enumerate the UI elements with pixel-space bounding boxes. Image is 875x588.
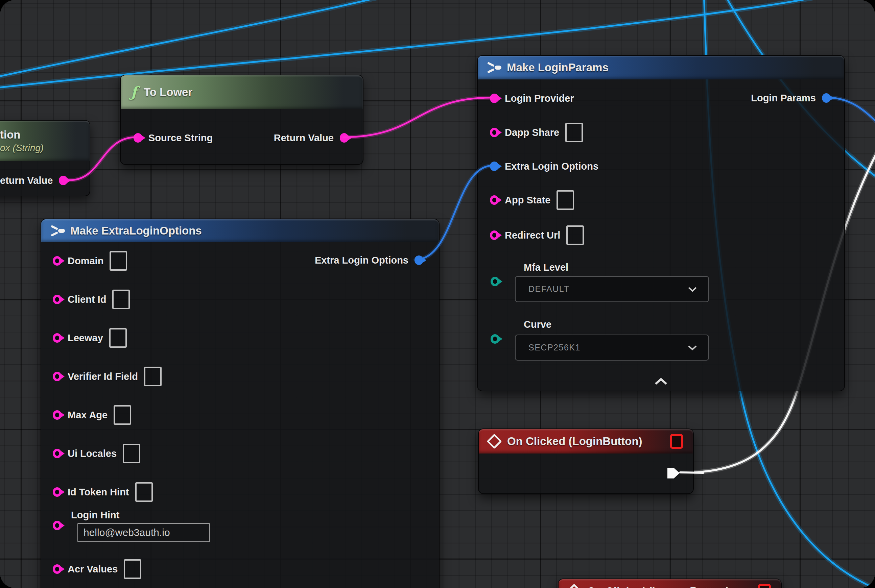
event-icon <box>487 434 502 449</box>
node-title: On Clicked (LogoutButton) <box>587 585 730 588</box>
acr-values-checkbox[interactable] <box>124 559 141 579</box>
pin-extra-login-options-output[interactable] <box>415 255 423 265</box>
redirect-url-checkbox[interactable] <box>566 225 584 245</box>
curve-dropdown[interactable]: SECP256K1 <box>515 334 709 361</box>
client-id-checkbox[interactable] <box>112 290 130 309</box>
pin-mfa-level-input[interactable] <box>490 276 499 286</box>
pin-id-token-hint-input[interactable] <box>53 487 62 497</box>
pin-acr-values-input[interactable] <box>53 564 62 574</box>
event-icon <box>566 584 582 588</box>
node-title-fragment: tion <box>0 128 20 141</box>
pin-row-max-age: Max Age <box>53 406 131 423</box>
pin-client-id-input[interactable] <box>53 294 62 304</box>
pin-domain-input[interactable] <box>53 256 62 266</box>
node-make-extra-login-options[interactable]: Make ExtraLoginOptions Domain Extra Logi… <box>41 219 439 588</box>
login-hint-input-field[interactable] <box>77 523 210 542</box>
pin-curve-input[interactable] <box>490 334 499 344</box>
node-on-clicked-logout-button[interactable]: On Clicked (LogoutButton) <box>558 579 782 588</box>
pin-leeway-input[interactable] <box>53 333 62 343</box>
node-subtitle-fragment: ox (String) <box>0 142 44 153</box>
node-on-clicked-login-button[interactable]: On Clicked (LoginButton) <box>478 429 694 494</box>
pin-row-ui-locales: Ui Locales <box>53 445 140 462</box>
login-hint-label: Login Hint <box>71 510 119 521</box>
pin-row-id-token-hint: Id Token Hint <box>53 484 153 501</box>
pin-dapp-share-input[interactable] <box>490 128 499 138</box>
app-state-checkbox[interactable] <box>556 190 574 210</box>
make-struct-icon <box>487 61 501 74</box>
verifier-id-field-checkbox[interactable] <box>144 367 162 386</box>
pin-redirect-url-input[interactable] <box>490 230 499 240</box>
domain-checkbox[interactable] <box>110 251 127 271</box>
pin-verifier-id-field-input[interactable] <box>53 371 62 381</box>
wire-tolower-to-login-provider[interactable] <box>343 98 491 137</box>
max-age-checkbox[interactable] <box>114 405 131 425</box>
collapse-node-chevron[interactable] <box>654 378 668 386</box>
pin-source-string-input[interactable] <box>134 133 142 143</box>
pin-login-params-output[interactable] <box>822 93 831 103</box>
pin-extra-login-options-input[interactable] <box>490 161 499 171</box>
pin-label-source-string: Source String <box>149 132 213 144</box>
pin-max-age-input[interactable] <box>53 410 62 420</box>
node-title: To Lower <box>144 86 192 99</box>
node-title: Make LoginParams <box>507 61 609 74</box>
leeway-checkbox[interactable] <box>109 328 127 348</box>
chevron-down-icon <box>688 286 697 292</box>
pin-row-acr-values: Acr Values <box>53 561 141 578</box>
pin-row-redirect-url: Redirect Url <box>490 227 584 244</box>
node-title: Make ExtraLoginOptions <box>70 224 202 237</box>
mfa-level-dropdown[interactable]: DEFAULT <box>515 276 709 302</box>
dapp-share-checkbox[interactable] <box>565 123 583 142</box>
node-to-lower[interactable]: ƒ To Lower Source String Return Value <box>120 75 364 165</box>
pin-row-leeway: Leeway <box>53 330 127 346</box>
pin-login-provider-input[interactable] <box>490 93 499 104</box>
pin-label-return-value: Return Value <box>274 132 334 144</box>
pin-row-extra-login-options-out: Extra Login Options <box>315 252 423 268</box>
pin-app-state-input[interactable] <box>490 195 499 205</box>
chevron-down-icon <box>688 345 697 350</box>
pin-row-app-state: App State <box>490 192 574 208</box>
pin-exec-output[interactable] <box>668 467 680 479</box>
ui-locales-checkbox[interactable] <box>123 444 140 463</box>
pin-return-value-output[interactable] <box>59 176 68 186</box>
curve-label: Curve <box>524 319 552 330</box>
pin-row-domain: Domain <box>53 252 127 269</box>
pin-login-hint-input[interactable] <box>53 520 62 531</box>
pin-row-login-params-out: Login Params <box>751 90 831 106</box>
make-struct-icon <box>50 224 65 238</box>
pin-row-verifier-id-field: Verifier Id Field <box>53 368 162 385</box>
event-binding-icon <box>670 434 683 449</box>
pin-ui-locales-input[interactable] <box>53 448 62 459</box>
pin-row-client-id: Client Id <box>53 291 130 308</box>
node-partial-function[interactable]: tion ox (String) eturn Value <box>0 120 90 196</box>
pin-row-login-provider: Login Provider <box>490 90 574 107</box>
blueprint-graph-canvas[interactable]: tion ox (String) eturn Value ƒ To Lower … <box>0 0 875 588</box>
pin-return-value-output[interactable] <box>340 133 349 143</box>
pin-label-return-value: eturn Value <box>0 175 53 186</box>
pin-row-dapp-share: Dapp Share <box>490 124 583 141</box>
function-icon: ƒ <box>131 85 137 99</box>
mfa-level-label: Mfa Level <box>524 262 568 273</box>
node-make-login-params[interactable]: Make LoginParams Login Provider Login Pa… <box>477 55 845 392</box>
wire-blue-diagonal-1[interactable] <box>0 0 394 78</box>
id-token-hint-checkbox[interactable] <box>135 482 153 502</box>
node-title: On Clicked (LoginButton) <box>507 435 642 448</box>
event-binding-icon <box>758 584 771 588</box>
pin-row-extra-login-options: Extra Login Options <box>490 158 598 175</box>
